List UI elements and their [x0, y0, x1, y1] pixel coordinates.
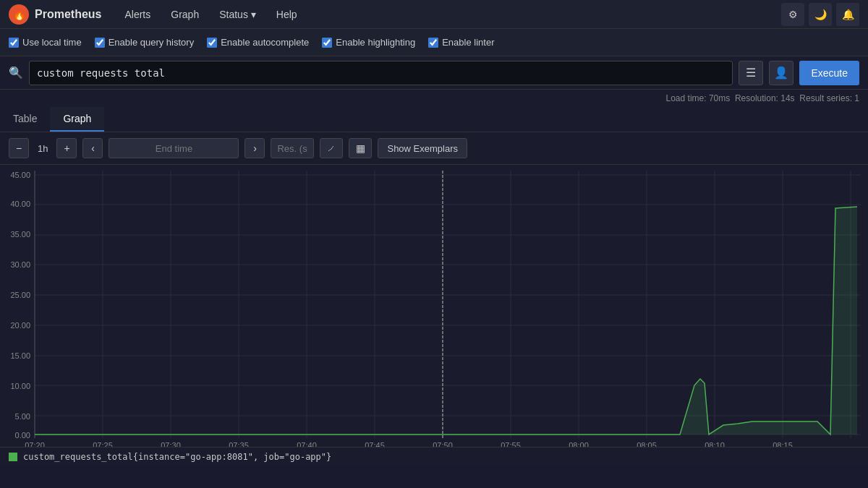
chart-svg: 45.00 40.00 35.00 30.00 25.00 20.00 15.0…	[0, 165, 868, 447]
decrease-time-button[interactable]: −	[9, 138, 29, 158]
svg-text:20.00: 20.00	[10, 321, 30, 330]
brand-name: Prometheus	[35, 8, 101, 21]
nav-help[interactable]: Help	[268, 4, 306, 25]
bar-chart-button[interactable]: ▦	[349, 138, 372, 158]
svg-text:40.00: 40.00	[10, 200, 30, 208]
enable-highlighting-checkbox[interactable]	[322, 38, 332, 48]
query-input[interactable]	[29, 61, 733, 85]
enable-autocomplete-option[interactable]: Enable autocomplete	[207, 37, 309, 48]
enable-linter-label: Enable linter	[442, 37, 494, 48]
search-icon: 🔍	[9, 66, 23, 80]
next-time-button[interactable]: ›	[244, 138, 265, 158]
svg-text:07:50: 07:50	[433, 441, 453, 447]
query-info-button[interactable]: 👤	[769, 61, 793, 85]
svg-text:08:05: 08:05	[637, 441, 657, 447]
enable-autocomplete-label: Enable autocomplete	[221, 37, 309, 48]
settings-button[interactable]: ⚙	[781, 3, 804, 26]
svg-text:07:55: 07:55	[501, 441, 521, 447]
graph-controls: − 1h + ‹ › ⟋ ▦ Show Exemplars	[0, 132, 868, 165]
tabs-row: Table Graph	[0, 107, 868, 132]
nav-items: Alerts Graph Status ▾ Help	[116, 4, 781, 25]
svg-text:5.00: 5.00	[15, 412, 30, 421]
theme-toggle-button[interactable]: 🌙	[809, 3, 832, 26]
nav-graph[interactable]: Graph	[162, 4, 208, 25]
load-time: Load time: 70ms	[666, 93, 731, 103]
use-local-time-label: Use local time	[22, 37, 82, 48]
options-bar: Use local time Enable query history Enab…	[0, 29, 868, 56]
svg-text:15.00: 15.00	[10, 351, 30, 360]
end-time-input[interactable]	[109, 138, 239, 158]
legend-text: custom_requests_total{instance="go-app:8…	[23, 452, 331, 462]
svg-text:07:45: 07:45	[365, 441, 385, 447]
time-range-display: 1h	[35, 143, 51, 154]
line-chart-button[interactable]: ⟋	[320, 138, 343, 158]
svg-text:10.00: 10.00	[10, 382, 30, 390]
query-history-button[interactable]: ☰	[739, 61, 763, 85]
svg-text:0.00: 0.00	[15, 431, 30, 440]
enable-autocomplete-checkbox[interactable]	[207, 38, 217, 48]
svg-text:08:10: 08:10	[705, 441, 725, 447]
svg-text:35.00: 35.00	[10, 230, 30, 239]
legend-bar: custom_requests_total{instance="go-app:8…	[0, 447, 868, 466]
navbar: 🔥 Prometheus Alerts Graph Status ▾ Help …	[0, 0, 868, 29]
enable-highlighting-label: Enable highlighting	[336, 37, 415, 48]
legend-color-swatch	[9, 453, 17, 461]
enable-query-history-label: Enable query history	[109, 37, 195, 48]
result-series: Result series: 1	[799, 93, 859, 103]
enable-query-history-checkbox[interactable]	[95, 38, 105, 48]
svg-text:07:40: 07:40	[297, 441, 317, 447]
svg-text:45.00: 45.00	[10, 171, 30, 179]
svg-rect-0	[0, 165, 868, 447]
nav-right: ⚙ 🌙 🔔	[781, 3, 859, 26]
svg-text:07:35: 07:35	[229, 441, 249, 447]
tab-table[interactable]: Table	[0, 107, 50, 132]
info-bar: Load time: 70ms Resolution: 14s Result s…	[0, 90, 868, 107]
svg-text:07:30: 07:30	[161, 441, 181, 447]
prev-time-button[interactable]: ‹	[82, 138, 103, 158]
svg-text:25.00: 25.00	[10, 291, 30, 299]
nav-alerts[interactable]: Alerts	[116, 4, 159, 25]
svg-text:07:25: 07:25	[93, 441, 113, 447]
brand: 🔥 Prometheus	[9, 4, 101, 25]
search-bar: 🔍 ☰ 👤 Execute	[0, 56, 868, 90]
resolution: Resolution: 14s	[735, 93, 795, 103]
enable-query-history-option[interactable]: Enable query history	[95, 37, 195, 48]
enable-highlighting-option[interactable]: Enable highlighting	[322, 37, 415, 48]
svg-text:08:15: 08:15	[773, 441, 793, 447]
svg-text:30.00: 30.00	[10, 260, 30, 269]
svg-text:08:00: 08:00	[569, 441, 589, 447]
user-button[interactable]: 🔔	[836, 3, 859, 26]
brand-icon: 🔥	[9, 4, 29, 25]
enable-linter-option[interactable]: Enable linter	[428, 37, 494, 48]
enable-linter-checkbox[interactable]	[428, 38, 438, 48]
show-exemplars-button[interactable]: Show Exemplars	[378, 138, 467, 158]
resolution-input[interactable]	[271, 138, 314, 158]
nav-status[interactable]: Status ▾	[210, 4, 265, 25]
use-local-time-option[interactable]: Use local time	[9, 37, 82, 48]
increase-time-button[interactable]: +	[56, 138, 77, 158]
tab-graph[interactable]: Graph	[50, 107, 104, 132]
chart-container: 45.00 40.00 35.00 30.00 25.00 20.00 15.0…	[0, 165, 868, 447]
execute-button[interactable]: Execute	[799, 61, 859, 85]
use-local-time-checkbox[interactable]	[9, 38, 19, 48]
svg-text:07:20: 07:20	[25, 441, 45, 447]
